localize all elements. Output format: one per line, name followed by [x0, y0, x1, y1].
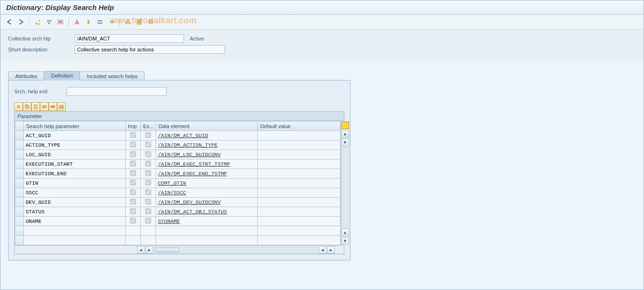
data-element-link[interactable]: /AIN/DM_LOC_GUIDCONV [156, 151, 257, 159]
default-value-cell[interactable] [258, 198, 341, 207]
exp-checkbox[interactable] [141, 140, 156, 150]
param-cell[interactable] [24, 150, 125, 159]
param-cell[interactable] [24, 169, 125, 178]
data-element-link[interactable]: /AIN/DM_EXEC_STRT_TSTMP [156, 160, 257, 168]
imp-checkbox[interactable] [126, 198, 141, 207]
imp-checkbox[interactable] [126, 169, 141, 179]
display-change-button[interactable] [32, 17, 43, 27]
data-element-link[interactable]: /AIN/SSCC [156, 189, 257, 197]
exp-checkbox[interactable] [141, 226, 156, 236]
insert-row-button[interactable] [40, 102, 49, 111]
table-settings-button[interactable] [342, 121, 349, 129]
default-value-cell[interactable] [258, 188, 341, 198]
exp-checkbox[interactable] [141, 217, 156, 226]
scroll-left-button[interactable]: ◄ [137, 246, 145, 254]
row-selector[interactable] [15, 150, 24, 160]
scroll-up-button[interactable]: ▲ [342, 130, 349, 138]
imp-checkbox[interactable] [126, 217, 141, 226]
scroll-down-button-2[interactable]: ▼ [342, 237, 349, 245]
exp-checkbox[interactable] [141, 207, 156, 217]
print-button[interactable] [146, 17, 156, 27]
col-default-value[interactable]: Default value [258, 121, 341, 131]
data-element-link[interactable]: /AIN/DM_ACT_GUID [156, 132, 257, 140]
srch-help-exit-input[interactable] [67, 87, 166, 96]
select-all-header[interactable] [15, 121, 24, 131]
col-search-help-parameter[interactable]: Search help parameter [24, 121, 126, 131]
other-object-button[interactable] [44, 17, 54, 27]
default-value-cell[interactable] [258, 150, 341, 160]
where-used-button[interactable] [83, 17, 94, 27]
param-cell[interactable] [24, 236, 125, 245]
param-cell[interactable] [24, 160, 125, 169]
imp-checkbox[interactable] [126, 226, 141, 236]
forward-button[interactable] [16, 17, 26, 27]
row-selector[interactable] [15, 207, 24, 217]
vertical-scrollbar[interactable]: ▲ ▼ ▲ ▼ [341, 121, 349, 245]
default-value-cell[interactable] [258, 179, 341, 188]
imp-checkbox[interactable] [126, 188, 141, 198]
exp-checkbox[interactable] [141, 179, 156, 188]
row-selector[interactable] [15, 217, 24, 226]
paste-button[interactable] [31, 102, 40, 111]
back-button[interactable] [4, 17, 15, 27]
row-selector[interactable] [15, 179, 24, 188]
data-element-link[interactable]: /AIN/DM_EXEC_END_TSTMP [156, 170, 257, 178]
default-value-cell[interactable] [258, 207, 341, 217]
imp-checkbox[interactable] [126, 179, 141, 188]
navigate-button[interactable] [106, 17, 117, 27]
param-cell[interactable] [24, 207, 125, 216]
tab-included-search-helps[interactable]: Included search helps [79, 71, 145, 80]
default-value-cell[interactable] [258, 236, 341, 245]
activate-button[interactable] [72, 17, 82, 27]
col-imp[interactable]: Imp [126, 121, 141, 131]
documentation-button[interactable] [134, 17, 145, 27]
param-cell[interactable] [24, 226, 125, 235]
scroll-right-button-2[interactable]: ► [327, 246, 335, 254]
row-selector[interactable] [15, 140, 24, 150]
param-cell[interactable] [24, 188, 125, 197]
scroll-track[interactable] [342, 147, 349, 228]
horizontal-scrollbar[interactable]: ◄ ► ◄ ► [15, 245, 344, 254]
data-element-link[interactable]: SYUNAME [156, 218, 257, 225]
col-exp[interactable]: Ex... [141, 121, 156, 131]
default-value-cell[interactable] [258, 160, 341, 169]
scroll-left-button-2[interactable]: ◄ [319, 246, 326, 254]
exp-checkbox[interactable] [141, 131, 156, 140]
tab-definition[interactable]: Definition [44, 71, 80, 80]
param-cell[interactable] [24, 131, 125, 140]
copy-button[interactable] [23, 102, 31, 111]
param-cell[interactable] [24, 198, 125, 207]
exp-checkbox[interactable] [141, 236, 156, 245]
data-element-link[interactable]: COMT_GTIN [156, 180, 257, 187]
row-selector[interactable] [15, 169, 24, 179]
exp-checkbox[interactable] [141, 150, 156, 160]
duplicate-row-button[interactable] [57, 102, 66, 111]
default-value-cell[interactable] [258, 140, 341, 150]
row-selector[interactable] [15, 131, 24, 140]
cut-button[interactable] [14, 102, 23, 111]
data-element-link[interactable]: /AIN/DM_DEV_GUIDCONV [156, 199, 257, 206]
scroll-right-button[interactable]: ► [146, 246, 153, 254]
hscroll-thumb[interactable] [156, 248, 179, 252]
default-value-cell[interactable] [258, 217, 341, 226]
param-cell[interactable] [24, 140, 125, 150]
default-value-cell[interactable] [258, 131, 341, 140]
data-element-link[interactable]: /AIN/DM_ACT_OBJ_STATUS [156, 208, 257, 216]
imp-checkbox[interactable] [126, 140, 141, 150]
row-selector[interactable] [15, 160, 24, 169]
hierarchy-button[interactable] [123, 17, 133, 27]
collective-srch-input[interactable] [75, 34, 184, 43]
row-selector[interactable] [15, 226, 24, 236]
col-data-element[interactable]: Data element [156, 121, 258, 131]
display-object-list-button[interactable] [95, 17, 105, 27]
exp-checkbox[interactable] [141, 198, 156, 207]
hscroll-track[interactable] [154, 247, 318, 253]
imp-checkbox[interactable] [126, 131, 141, 140]
scroll-up-button-2[interactable]: ▲ [342, 229, 349, 236]
tab-attributes[interactable]: Attributes [8, 71, 44, 80]
short-desc-input[interactable] [75, 45, 225, 54]
param-cell[interactable] [24, 179, 125, 188]
default-value-cell[interactable] [258, 169, 341, 179]
default-value-cell[interactable] [258, 226, 341, 236]
row-selector[interactable] [15, 236, 24, 245]
